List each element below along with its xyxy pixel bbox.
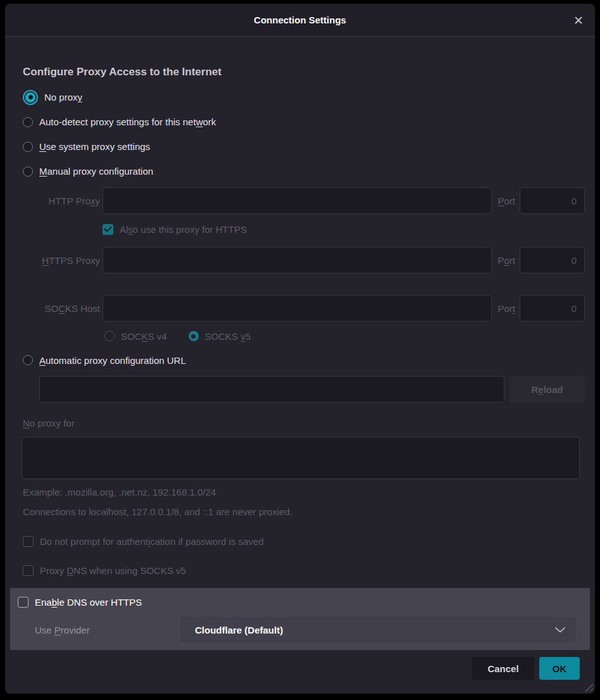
no-proxy-example-text: Example: .mozilla.org, .net.nz, 192.168.… [23, 487, 585, 497]
ok-button[interactable]: OK [539, 657, 580, 680]
radio-socks-v5-icon[interactable] [189, 331, 199, 341]
socks-host-label: SOCKS Host [15, 303, 103, 314]
socks-version-row: SOCKS v4 SOCKS v5 [104, 328, 585, 344]
radio-no-proxy-label: No proxy [44, 92, 82, 103]
radio-icon[interactable] [23, 142, 33, 152]
radio-auto-url-label: Automatic proxy configuration URL [39, 355, 186, 366]
socks-port-input[interactable] [520, 295, 585, 322]
reload-button[interactable]: Reload [509, 376, 585, 403]
checkbox-icon[interactable] [23, 536, 34, 547]
checkbox-icon[interactable] [18, 597, 28, 608]
https-proxy-input[interactable] [103, 247, 492, 273]
also-https-checkbox-row[interactable]: Also use this proxy for HTTPS [103, 220, 585, 238]
provider-row: Use Provider Cloudflare (Default) [10, 616, 590, 644]
chevron-down-icon [555, 627, 565, 633]
https-proxy-label: HTTPS Proxy [15, 255, 103, 266]
close-icon[interactable]: ✕ [573, 14, 584, 26]
proxy-dns-label: Proxy DNS when using SOCKS v5 [40, 565, 186, 576]
dialog-titlebar: Connection Settings ✕ [5, 4, 595, 37]
provider-dropdown-value: Cloudflare (Default) [195, 625, 283, 635]
no-prompt-label: Do not prompt for authentication if pass… [40, 536, 264, 547]
radio-icon[interactable] [23, 355, 33, 365]
https-port-input[interactable] [520, 247, 585, 273]
use-provider-label: Use Provider [35, 625, 179, 635]
localhost-note-text: Connections to localhost, 127.0.0.1/8, a… [23, 506, 585, 517]
dialog-footer: Cancel OK [15, 657, 585, 680]
auto-url-input[interactable] [39, 376, 504, 403]
radio-use-system[interactable]: Use system proxy settings [23, 134, 585, 159]
dialog-body: Configure Proxy Access to the Internet N… [5, 37, 595, 694]
dialog-title: Connection Settings [254, 15, 346, 25]
also-https-label: Also use this proxy for HTTPS [120, 224, 247, 235]
radio-auto-url[interactable]: Automatic proxy configuration URL [23, 349, 585, 371]
no-prompt-checkbox-row[interactable]: Do not prompt for authentication if pass… [23, 534, 585, 549]
enable-doh-checkbox-row[interactable]: Enable DNS over HTTPS [18, 594, 590, 609]
radio-selected-icon[interactable] [25, 92, 35, 103]
socks-host-input[interactable] [103, 295, 492, 322]
checkbox-checked-icon[interactable] [103, 224, 113, 235]
socks-v5-label: SOCKS v5 [205, 331, 251, 342]
page-title: Configure Proxy Access to the Internet [23, 66, 577, 78]
no-proxy-for-label: No proxy for [23, 418, 585, 430]
http-port-input[interactable] [520, 187, 585, 214]
radio-manual-label: Manual proxy configuration [39, 166, 153, 177]
http-proxy-row: HTTP Proxy Port [15, 187, 585, 214]
socks-v4-label: SOCKS v4 [121, 331, 167, 342]
radio-icon[interactable] [23, 166, 33, 177]
no-proxy-for-textarea[interactable] [22, 437, 580, 479]
checkbox-icon[interactable] [23, 565, 34, 576]
radio-icon[interactable] [23, 117, 33, 127]
http-port-label: Port [497, 196, 515, 206]
cancel-button[interactable]: Cancel [472, 657, 534, 680]
radio-socks-v4-icon[interactable] [104, 331, 115, 341]
doh-highlighted-section: Enable DNS over HTTPS Use Provider Cloud… [10, 588, 590, 650]
socks-host-row: SOCKS Host Port [15, 295, 585, 322]
https-port-label: Port [497, 255, 515, 266]
provider-dropdown[interactable]: Cloudflare (Default) [179, 616, 577, 644]
radio-auto-detect-label: Auto-detect proxy settings for this netw… [39, 116, 216, 127]
radio-auto-detect[interactable]: Auto-detect proxy settings for this netw… [23, 109, 585, 134]
https-proxy-row: HTTPS Proxy Port [15, 247, 585, 273]
radio-use-system-label: Use system proxy settings [39, 141, 150, 152]
http-proxy-input[interactable] [103, 187, 492, 214]
connection-settings-dialog: Connection Settings ✕ Configure Proxy Ac… [5, 4, 595, 694]
radio-no-proxy[interactable]: No proxy [23, 85, 585, 109]
proxy-dns-checkbox-row[interactable]: Proxy DNS when using SOCKS v5 [23, 563, 585, 578]
radio-manual[interactable]: Manual proxy configuration [23, 159, 585, 184]
enable-doh-label: Enable DNS over HTTPS [35, 597, 142, 608]
socks-port-label: Port [497, 303, 515, 314]
auto-url-row: Reload [39, 376, 585, 403]
http-proxy-label: HTTP Proxy [15, 196, 103, 206]
